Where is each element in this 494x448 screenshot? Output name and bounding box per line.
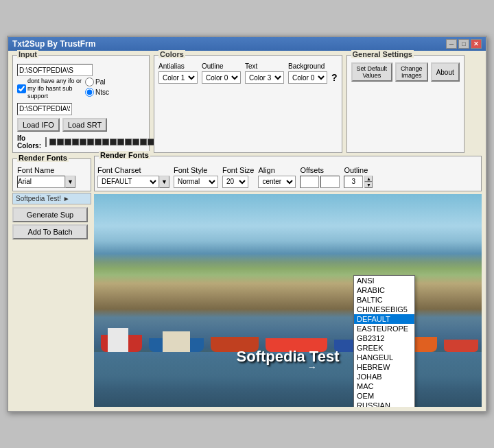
antialias-col: Antialias Color 1: [158, 62, 198, 84]
input-text-field2[interactable]: [17, 103, 72, 115]
outline-down-button[interactable]: ▼: [364, 182, 373, 188]
dropdown-item-chinesebig5[interactable]: CHINESEBIG5: [354, 305, 414, 314]
text-color-label: Text: [245, 62, 257, 70]
color-sq-13: [140, 139, 147, 145]
main-layout: Render Fonts Font Name ▼ Softpedia Te: [12, 156, 482, 407]
align-select[interactable]: center: [258, 176, 296, 188]
dropdown-item-default[interactable]: DEFAULT: [354, 314, 414, 324]
outline-col: Outline Color 0: [202, 62, 241, 84]
color-sq-1: [49, 139, 56, 145]
font-charset-dropdown: ANSI ARABIC BALTIC CHINESEBIG5 DEFAULT E…: [353, 275, 415, 407]
color-sq-9: [110, 139, 117, 145]
offsets-col: Offsets: [300, 166, 340, 188]
font-name-dropdown-button[interactable]: ▼: [65, 176, 75, 188]
change-images-button[interactable]: ChangeImages: [395, 62, 428, 82]
dropdown-item-ansi[interactable]: ANSI: [354, 276, 414, 285]
colors-group: Colors Antialias Color 1 Outline Color 0: [154, 55, 342, 152]
dropdown-item-oem[interactable]: OEM: [354, 391, 414, 401]
subtitle-text: Softpedia Test: [237, 348, 340, 366]
minimize-button[interactable]: ─: [446, 39, 457, 49]
render-fonts-label: Render Fonts: [17, 154, 69, 162]
no-ifo-checkbox[interactable]: [17, 84, 26, 93]
color-sq-10: [117, 139, 124, 145]
font-charset-label: Font Charset: [97, 166, 169, 174]
input-group: Input dont have any ifo or my ifo hasnt …: [12, 55, 150, 152]
ifo-colors-label: Ifo Colors:: [17, 134, 41, 150]
general-settings-label: General Settings: [351, 50, 414, 58]
font-charset-dropdown-button[interactable]: ▼: [159, 176, 169, 188]
question-button[interactable]: ?: [331, 72, 338, 84]
load-ifo-button[interactable]: Load IFO: [17, 118, 60, 132]
set-default-button[interactable]: Set DefaultValues: [351, 62, 393, 82]
ntsc-radio-label: Ntsc: [85, 88, 109, 97]
dropdown-item-mac[interactable]: MAC: [354, 381, 414, 391]
close-button[interactable]: ✕: [471, 39, 482, 49]
dropdown-item-russian[interactable]: RUSSIAN: [354, 401, 414, 407]
color-sq-3: [64, 139, 71, 145]
background-col: Background Color 0: [288, 62, 327, 84]
action-buttons: Generate Sup Add To Batch: [12, 207, 91, 239]
about-button[interactable]: About: [431, 62, 460, 82]
ntsc-radio[interactable]: [85, 88, 94, 97]
offsets-y-input[interactable]: [320, 176, 340, 188]
outline-color-label: Outline: [202, 62, 224, 70]
outline-spinner: ▲ ▼: [344, 176, 373, 188]
input-text-field[interactable]: [17, 64, 93, 76]
font-charset-select[interactable]: DEFAULT: [97, 176, 159, 188]
maximize-button[interactable]: □: [458, 39, 469, 49]
dropdown-item-easteurope[interactable]: EASTEUROPE: [354, 324, 414, 333]
general-buttons: Set DefaultValues ChangeImages About: [351, 62, 460, 82]
title-bar-buttons: ─ □ ✕: [446, 39, 482, 49]
font-size-select[interactable]: 20: [222, 176, 248, 188]
font-size-label: Font Size: [222, 166, 254, 174]
dropdown-item-arabic[interactable]: ARABIC: [354, 285, 414, 295]
dropdown-item-hebrew[interactable]: HEBREW: [354, 362, 414, 372]
general-settings-group: General Settings Set DefaultValues Chang…: [346, 55, 464, 152]
input-label: Input: [17, 50, 38, 58]
load-srt-button[interactable]: Load SRT: [62, 118, 107, 132]
colors-label: Colors: [158, 50, 185, 58]
color-sq-8: [102, 139, 109, 145]
window-title: Txt2Sup By TrustFrm: [12, 39, 95, 49]
harbor-background: Softpedia Test →: [94, 194, 482, 407]
offsets-x-input[interactable]: [300, 176, 319, 188]
ifo-white-swatch: [45, 137, 47, 147]
dropdown-item-baltic[interactable]: BALTIC: [354, 295, 414, 305]
background-select[interactable]: Color 0: [288, 71, 327, 84]
preview-area: Softpedia Test → ANSI ARABIC BALTIC CHIN…: [94, 194, 482, 407]
outline-color-select[interactable]: Color 0: [202, 71, 241, 84]
text-color-select[interactable]: Color 3: [245, 71, 284, 84]
offsets-label: Offsets: [300, 166, 340, 174]
antialias-select[interactable]: Color 1: [158, 71, 198, 84]
input-field-row: [17, 64, 145, 76]
render-outline-col: Outline ▲ ▼: [344, 166, 373, 188]
pal-radio-label: Pal: [85, 78, 109, 86]
ifo-color-squares: [49, 139, 162, 145]
dropdown-item-hangeul[interactable]: HANGEUL: [354, 353, 414, 362]
outline-up-button[interactable]: ▲: [364, 176, 373, 182]
add-to-batch-button[interactable]: Add To Batch: [12, 224, 88, 239]
color-sq-12: [132, 139, 139, 145]
dropdown-item-greek[interactable]: GREEK: [354, 343, 414, 353]
background-label: Background: [288, 62, 325, 70]
color-sq-2: [57, 139, 64, 145]
main-window: Txt2Sup By TrustFrm ─ □ ✕ Input: [7, 36, 487, 412]
render-row: Font Name ▼: [17, 166, 86, 188]
align-col: Align center: [258, 166, 296, 188]
outline-value-input[interactable]: [344, 176, 363, 188]
font-style-label: Font Style: [174, 166, 218, 174]
radio-group: Pal Ntsc: [85, 78, 109, 97]
font-style-select[interactable]: Normal: [174, 176, 218, 188]
outline-spinner-arrows: ▲ ▼: [364, 176, 373, 188]
generate-sup-button[interactable]: Generate Sup: [12, 207, 88, 222]
dropdown-item-johab[interactable]: JOHAB: [354, 372, 414, 381]
font-name-input[interactable]: [17, 176, 65, 188]
main-content: Input dont have any ifo or my ifo hasnt …: [8, 51, 486, 410]
dropdown-item-gb2312[interactable]: GB2312: [354, 333, 414, 343]
boat-cabin-1: [108, 328, 128, 352]
softpedia-bar: Softpedia Test! ►: [12, 193, 91, 204]
font-size-col: Font Size 20: [222, 166, 254, 188]
right-panel: Render Fonts Font Charset DEFAULT ▼ Font…: [94, 156, 482, 407]
pal-radio[interactable]: [85, 78, 94, 86]
font-name-col: Font Name ▼: [17, 166, 75, 188]
